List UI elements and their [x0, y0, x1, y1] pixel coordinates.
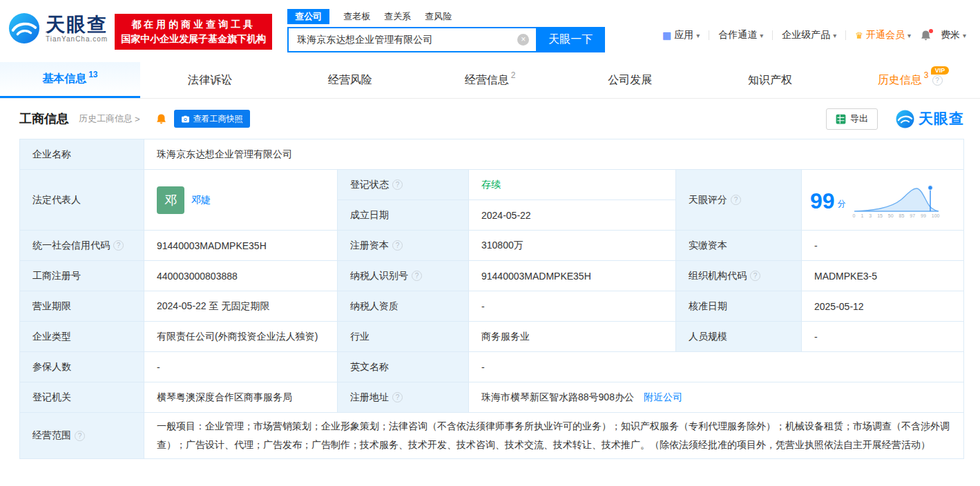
chevron-down-icon: ▾	[696, 32, 700, 39]
history-business-info-link[interactable]: 历史工商信息 >	[79, 113, 140, 125]
english-name-label: 英文名称	[338, 352, 469, 382]
legal-rep-avatar[interactable]: 邓	[157, 186, 184, 214]
nav-open-vip[interactable]: ♛ 开通会员 ▾	[855, 29, 911, 41]
nav-user-account[interactable]: 费米 ▾	[941, 29, 966, 41]
reg-capital-label: 注册资本 ?	[338, 231, 469, 261]
org-code-value: MADMPKE3-5	[802, 261, 964, 291]
tab-count: 3	[924, 70, 929, 80]
reg-status-label: 登记状态 ?	[338, 170, 469, 200]
search-tab-relation[interactable]: 查关系	[384, 10, 411, 23]
nav-enterprise-products[interactable]: 企业级产品 ▾	[782, 29, 836, 41]
company-type-label: 企业类型	[20, 322, 144, 352]
excel-export-icon	[836, 114, 846, 124]
chevron-down-icon: ▾	[963, 32, 966, 39]
insured-count-value: -	[144, 352, 338, 382]
tab-company-development[interactable]: 公司发展	[560, 62, 700, 98]
taxpayer-id-value: 91440003MADMPKE35H	[469, 261, 676, 291]
paid-capital-label: 实缴资本	[676, 231, 802, 261]
score-axis-ticks: 0131550859799100	[853, 213, 940, 218]
legal-rep-label: 法定代表人	[20, 170, 144, 231]
tab-intellectual-property[interactable]: 知识产权	[700, 62, 840, 98]
help-icon[interactable]: ?	[392, 392, 403, 402]
apps-grid-icon: ▦	[662, 30, 671, 41]
search-input[interactable]	[289, 35, 517, 46]
nearby-companies-link[interactable]: 附近公司	[644, 391, 682, 404]
company-name-label: 企业名称	[20, 139, 144, 170]
credit-code-value: 91440003MADMPKE35H	[144, 231, 338, 261]
search-tab-boss[interactable]: 查老板	[343, 10, 370, 23]
search-tab-company[interactable]: 查公司	[287, 9, 329, 24]
reg-address-value: 珠海市横琴新区智水路88号908办公 附近公司	[469, 382, 964, 413]
tianyancha-swirl-icon	[8, 12, 40, 44]
help-icon[interactable]: ?	[731, 195, 741, 205]
top-nav: ▦ 应用 ▾ 合作通道 ▾ 企业级产品 ▾ ♛ 开通会员 ▾ 费米 ▾	[662, 29, 966, 41]
insured-count-label: 参保人数	[20, 352, 144, 382]
divider	[709, 30, 709, 40]
monitor-bell-icon[interactable]	[155, 113, 167, 125]
legal-rep-link[interactable]: 邓婕	[191, 194, 211, 206]
nav-cooperation[interactable]: 合作通道 ▾	[718, 29, 763, 41]
help-icon[interactable]: ?	[412, 271, 422, 281]
top-header: 天眼查 TianYanCha.com 都在用的商业查询工具 国家中小企业发展子基…	[0, 0, 980, 62]
view-business-snapshot-button[interactable]: 查看工商快照	[174, 110, 250, 128]
help-icon[interactable]: ?	[392, 179, 403, 190]
business-info-table: 企业名称 珠海京东达想企业管理有限公司 法定代表人 邓 邓婕 登记状态 ? 存续…	[19, 139, 964, 459]
notification-dot	[929, 29, 933, 33]
clear-icon[interactable]: ×	[517, 34, 529, 46]
taxpayer-qualification-label: 纳税人资质	[338, 291, 469, 322]
est-date-value: 2024-05-22	[469, 200, 676, 231]
tab-count: 2	[511, 70, 516, 80]
est-date-label: 成立日期	[338, 200, 469, 231]
search-tabs: 查公司 查老板 查关系 查风险	[287, 8, 605, 25]
industry-value: 商务服务业	[469, 322, 676, 352]
org-code-label: 组织机构代码 ?	[676, 261, 802, 291]
reg-status-value: 存续	[469, 170, 676, 200]
search-tab-riskcheck[interactable]: 查风险	[425, 10, 452, 23]
taxpayer-qualification-value: -	[469, 291, 676, 322]
score-value: 99 分 0131550859799100	[802, 170, 964, 231]
tab-history-info[interactable]: VIP 历史信息3 ?	[840, 62, 980, 98]
legal-rep-value: 邓 邓婕	[144, 170, 338, 231]
credit-code-label: 统一社会信用代码 ?	[20, 231, 144, 261]
business-scope-label: 经营范围 ?	[20, 413, 144, 459]
reg-number-value: 440003000803888	[144, 261, 338, 291]
help-icon[interactable]: ?	[750, 271, 760, 281]
tab-count: 13	[88, 70, 97, 79]
search-button[interactable]: 天眼一下	[536, 27, 605, 52]
chevron-down-icon: ▾	[833, 32, 836, 39]
chevron-down-icon: ▾	[907, 32, 911, 39]
taxpayer-id-label: 纳税人识别号 ?	[338, 261, 469, 291]
help-icon[interactable]: ?	[113, 240, 124, 251]
tab-legal-proceedings[interactable]: 法律诉讼	[140, 62, 280, 98]
divider	[845, 30, 846, 40]
export-button[interactable]: 导出	[826, 108, 878, 130]
score-curve-chart: 0131550859799100	[853, 184, 940, 218]
tab-operating-info[interactable]: 经营信息2	[420, 62, 560, 98]
business-term-label: 营业期限	[20, 291, 144, 322]
search-area: 查公司 查老板 查关系 查风险 × 天眼一下	[287, 8, 605, 52]
crown-icon: ♛	[855, 30, 863, 41]
notification-bell-icon[interactable]	[920, 30, 932, 41]
staff-size-value: -	[802, 322, 964, 352]
company-section-tabs: 基本信息13 法律诉讼 经营风险 经营信息2 公司发展 知识产权 VIP 历史信…	[0, 62, 980, 99]
chevron-down-icon: ▾	[760, 32, 763, 39]
reg-authority-label: 登记机关	[20, 382, 144, 413]
help-icon[interactable]: ?	[75, 431, 85, 441]
help-icon[interactable]: ?	[932, 75, 943, 86]
tab-basic-info[interactable]: 基本信息13	[0, 62, 140, 98]
help-icon[interactable]: ?	[392, 240, 403, 251]
nav-apps[interactable]: ▦ 应用 ▾	[662, 29, 700, 41]
business-info-section-header: 工商信息 历史工商信息 > 查看工商快照 导出 天眼查	[0, 99, 980, 139]
tab-operating-risk[interactable]: 经营风险	[280, 62, 420, 98]
tianyancha-logo[interactable]: 天眼查 TianYanCha.com	[8, 12, 108, 44]
english-name-value: -	[469, 352, 964, 382]
divider	[772, 30, 773, 40]
industry-label: 行业	[338, 322, 469, 352]
reg-number-label: 工商注册号	[20, 261, 144, 291]
reg-authority-value: 横琴粤澳深度合作区商事服务局	[144, 382, 338, 413]
staff-size-label: 人员规模	[676, 322, 802, 352]
search-input-wrap: ×	[287, 27, 536, 52]
brand-domain: TianYanCha.com	[46, 35, 108, 43]
camera-icon	[181, 115, 190, 124]
paid-capital-value: -	[802, 231, 964, 261]
